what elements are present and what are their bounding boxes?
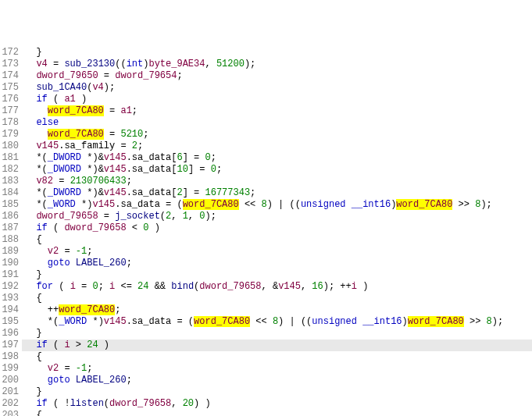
code-line[interactable]: 181 *(_DWORD *)&v145.sa_data[6] = 0; bbox=[0, 152, 532, 164]
highlighted-symbol: word_7CA80 bbox=[396, 199, 452, 210]
line-content[interactable]: } bbox=[22, 328, 532, 340]
line-content[interactable]: *(_DWORD *)&v145.sa_data[6] = 0; bbox=[22, 152, 532, 164]
line-number: 179 bbox=[0, 129, 22, 140]
line-content[interactable]: sub_1CA40(v4); bbox=[22, 82, 532, 94]
code-line[interactable]: 180 v145.sa_family = 2; bbox=[0, 140, 532, 152]
code-line[interactable]: 179 word_7CA80 = 5210; bbox=[0, 129, 532, 140]
code-line[interactable]: 188 { bbox=[0, 234, 532, 246]
line-number: 196 bbox=[0, 328, 22, 340]
line-content[interactable]: v2 = -1; bbox=[22, 363, 532, 375]
code-line[interactable]: 197 if ( i > 24 ) bbox=[0, 340, 532, 351]
line-number: 202 bbox=[0, 398, 22, 410]
highlighted-symbol: word_7CA80 bbox=[194, 316, 250, 327]
line-number: 194 bbox=[0, 304, 22, 316]
line-number: 190 bbox=[0, 258, 22, 269]
line-number: 174 bbox=[0, 70, 22, 82]
code-line[interactable]: 174 dword_79650 = dword_79654; bbox=[0, 70, 532, 82]
code-line[interactable]: 185 *(_WORD *)v145.sa_data = (word_7CA80… bbox=[0, 199, 532, 211]
line-content[interactable]: word_7CA80 = a1; bbox=[22, 105, 532, 117]
line-content[interactable]: if ( !listen(dword_79658, 20) ) bbox=[22, 398, 532, 410]
code-line[interactable]: 176 if ( a1 ) bbox=[0, 94, 532, 105]
code-line[interactable]: 193 { bbox=[0, 293, 532, 304]
line-number: 200 bbox=[0, 375, 22, 386]
code-line[interactable]: 184 *(_DWORD *)&v145.sa_data[2] = 167773… bbox=[0, 187, 532, 199]
line-content[interactable]: *(_WORD *)v145.sa_data = (word_7CA80 << … bbox=[22, 316, 532, 328]
line-content[interactable]: dword_79650 = dword_79654; bbox=[22, 70, 532, 82]
line-content[interactable]: word_7CA80 = 5210; bbox=[22, 129, 532, 140]
highlighted-symbol: word_7CA80 bbox=[183, 199, 239, 210]
line-content[interactable]: v2 = -1; bbox=[22, 246, 532, 258]
line-number: 203 bbox=[0, 410, 22, 416]
line-number: 175 bbox=[0, 82, 22, 94]
line-content[interactable]: { bbox=[22, 351, 532, 363]
code-line[interactable]: 203 { bbox=[0, 410, 532, 416]
code-line[interactable]: 186 dword_79658 = j_socket(2, 1, 0); bbox=[0, 211, 532, 222]
line-content[interactable]: { bbox=[22, 410, 532, 416]
code-line[interactable]: 195 *(_WORD *)v145.sa_data = (word_7CA80… bbox=[0, 316, 532, 328]
highlighted-symbol: word_7CA80 bbox=[59, 304, 115, 315]
line-content[interactable]: goto LABEL_260; bbox=[22, 375, 532, 386]
line-content[interactable]: dword_79658 = j_socket(2, 1, 0); bbox=[22, 211, 532, 222]
line-content[interactable]: v82 = 2130706433; bbox=[22, 176, 532, 187]
line-content[interactable]: else bbox=[22, 117, 532, 129]
line-number: 185 bbox=[0, 199, 22, 211]
code-line[interactable]: 172 } bbox=[0, 47, 532, 59]
code-line[interactable]: 201 } bbox=[0, 386, 532, 398]
code-line[interactable]: 192 for ( i = 0; i <= 24 && bind(dword_7… bbox=[0, 281, 532, 293]
highlighted-symbol: word_7CA80 bbox=[48, 129, 104, 140]
code-line[interactable]: 191 } bbox=[0, 269, 532, 281]
line-number: 192 bbox=[0, 281, 22, 293]
code-line[interactable]: 202 if ( !listen(dword_79658, 20) ) bbox=[0, 398, 532, 410]
line-number: 182 bbox=[0, 164, 22, 176]
code-line[interactable]: 198 { bbox=[0, 351, 532, 363]
code-line[interactable]: 183 v82 = 2130706433; bbox=[0, 176, 532, 187]
line-number: 172 bbox=[0, 47, 22, 59]
line-number: 201 bbox=[0, 386, 22, 398]
line-content[interactable]: for ( i = 0; i <= 24 && bind(dword_79658… bbox=[22, 281, 532, 293]
line-content[interactable]: } bbox=[22, 386, 532, 398]
line-number: 193 bbox=[0, 293, 22, 304]
line-content[interactable]: ++word_7CA80; bbox=[22, 304, 532, 316]
code-line[interactable]: 190 goto LABEL_260; bbox=[0, 258, 532, 269]
line-number: 180 bbox=[0, 140, 22, 152]
code-line[interactable]: 200 goto LABEL_260; bbox=[0, 375, 532, 386]
line-number: 197 bbox=[0, 340, 22, 351]
highlighted-symbol: word_7CA80 bbox=[408, 316, 464, 327]
line-number: 195 bbox=[0, 316, 22, 328]
line-number: 189 bbox=[0, 246, 22, 258]
code-line[interactable]: 187 if ( dword_79658 < 0 ) bbox=[0, 222, 532, 234]
line-content[interactable]: v145.sa_family = 2; bbox=[22, 140, 532, 152]
line-number: 187 bbox=[0, 222, 22, 234]
line-number: 199 bbox=[0, 363, 22, 375]
line-content[interactable]: { bbox=[22, 293, 532, 304]
code-line[interactable]: 182 *(_DWORD *)&v145.sa_data[10] = 0; bbox=[0, 164, 532, 176]
code-line[interactable]: 173 v4 = sub_23130((int)byte_9AE34, 5120… bbox=[0, 59, 532, 70]
code-line[interactable]: 196 } bbox=[0, 328, 532, 340]
decompiler-code-view[interactable]: 172 }173 v4 = sub_23130((int)byte_9AE34,… bbox=[0, 47, 532, 416]
line-number: 176 bbox=[0, 94, 22, 105]
code-line[interactable]: 189 v2 = -1; bbox=[0, 246, 532, 258]
line-content[interactable]: *(_DWORD *)&v145.sa_data[10] = 0; bbox=[22, 164, 532, 176]
highlighted-symbol: word_7CA80 bbox=[48, 105, 104, 116]
line-number: 188 bbox=[0, 234, 22, 246]
line-content[interactable]: *(_DWORD *)&v145.sa_data[2] = 16777343; bbox=[22, 187, 532, 199]
line-number: 173 bbox=[0, 59, 22, 70]
code-line[interactable]: 199 v2 = -1; bbox=[0, 363, 532, 375]
line-number: 184 bbox=[0, 187, 22, 199]
code-line[interactable]: 175 sub_1CA40(v4); bbox=[0, 82, 532, 94]
line-number: 178 bbox=[0, 117, 22, 129]
line-content[interactable]: v4 = sub_23130((int)byte_9AE34, 51200); bbox=[22, 59, 532, 70]
code-line[interactable]: 178 else bbox=[0, 117, 532, 129]
line-content[interactable]: if ( a1 ) bbox=[22, 94, 532, 105]
code-line[interactable]: 177 word_7CA80 = a1; bbox=[0, 105, 532, 117]
line-content[interactable]: goto LABEL_260; bbox=[22, 258, 532, 269]
code-line[interactable]: 194 ++word_7CA80; bbox=[0, 304, 532, 316]
line-number: 183 bbox=[0, 176, 22, 187]
line-content[interactable]: *(_WORD *)v145.sa_data = (word_7CA80 << … bbox=[22, 199, 532, 211]
line-content[interactable]: if ( dword_79658 < 0 ) bbox=[22, 222, 532, 234]
line-content[interactable]: { bbox=[22, 234, 532, 246]
line-content[interactable]: } bbox=[22, 47, 532, 59]
line-content[interactable]: } bbox=[22, 269, 532, 281]
line-number: 198 bbox=[0, 351, 22, 363]
line-content[interactable]: if ( i > 24 ) bbox=[22, 340, 532, 351]
